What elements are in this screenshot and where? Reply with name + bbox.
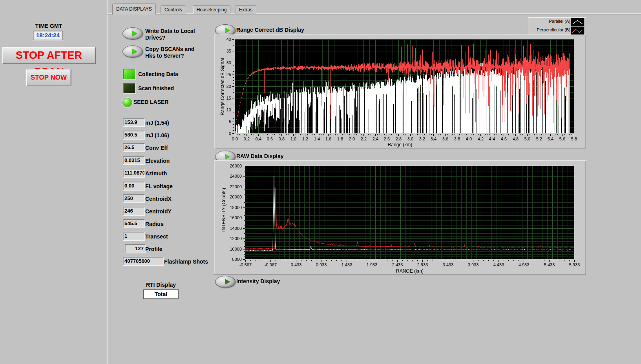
field-label-0: mJ (1.54) [145,120,169,126]
x-tick-label: 2.433 [390,262,405,267]
top-chart-xlabel: Range (km) [214,142,586,147]
bottom-chart-title: RAW Data Display [236,153,284,159]
field-label-2: Conv Eff [145,145,168,151]
y-tick-label: 20000 [224,195,242,199]
y-tick-label: 20 [213,84,231,89]
y-tick-label: 30 [213,60,231,65]
y-tick-label: 16000 [224,215,242,220]
x-tick-label: 5.933 [567,262,583,267]
rti-display-label: RTI Display [133,282,188,288]
x-tick-label: 1.933 [364,262,380,267]
field-conv-eff[interactable]: 26.5 [123,143,145,152]
legend-perpendicular-swatch[interactable] [571,26,584,35]
y-tick-label: 14000 [224,226,242,231]
legend-parallel-label: Parallel (A) [549,19,570,24]
toggle-arrow-icon [225,154,230,159]
y-tick-label: 40 [213,37,231,42]
top-chart-panel: Range Corrected dB Signal Range (km) 0.0… [214,35,586,149]
y-tick-label: 22000 [224,184,242,189]
led-label-0: Collecting Data [138,71,178,78]
top-chart-axes [214,35,586,149]
y-tick-label: 10000 [224,247,242,251]
time-gmt-display: 18:24:24 [33,31,63,40]
toggle-arrow-icon [225,27,230,33]
field-radius[interactable]: 545.5 [123,219,145,228]
x-tick-label: 4.433 [491,262,507,267]
y-tick-label: 15 [213,96,231,100]
field-azimuth[interactable]: 111.0870 [123,169,145,177]
tab-controls[interactable]: Controls [161,5,186,14]
led-collecting-data [123,69,135,79]
y-tick-label: 26000 [224,164,242,168]
intensity-display-title: Intensity Display [236,278,280,284]
legend-perpendicular-label: Perpendicular (B) [537,27,570,32]
toggle-1[interactable] [122,46,143,58]
y-tick-label: 12000 [224,236,242,241]
x-tick-label: 0.933 [314,262,329,267]
tab-data-displays[interactable]: DATA DISPLAYS [112,4,156,15]
bottom-chart-ylabel: INTENSITY (Counts) [221,180,226,239]
toggle-arrow-icon [132,49,137,54]
y-tick-label: 0 [213,131,231,136]
x-tick-label: 3.933 [466,262,481,267]
field-transect[interactable]: 1 [123,232,145,240]
toggle-arrow-icon [132,31,137,36]
x-tick-label: 5.433 [542,262,557,267]
panel-divider [107,0,107,364]
led-label-2: SEED LASER [133,99,168,106]
field-label-8: Radius [145,221,164,228]
tab-extras[interactable]: Extras [235,5,256,14]
field-fl-voltage[interactable]: 0.00 [123,182,145,190]
field-label-10: Profile [145,246,163,253]
toggle-arrow-icon [225,279,230,284]
field-label-7: CentroidY [145,208,172,215]
bottom-chart-panel: INTENSITY (Counts) RANGE (km) -0.567-0.0… [214,160,586,275]
toggle-label-1: Copy BSCANs and Hks to Server? [145,46,204,59]
toggle-0[interactable] [122,27,143,40]
x-tick-label: 5.8 [566,136,582,141]
field-label-3: Elevation [145,158,170,164]
top-chart-title: Range Correct dB Display [236,27,304,33]
field-flashlamp-shots[interactable]: 407705600 [123,257,163,266]
field-label-1: mJ (1.06) [145,132,169,139]
top-chart-legend: Parallel (A) Perpendicular (B) [528,17,586,35]
toggle-label-0: Write Data to Local Drives? [145,28,204,41]
field-label-9: Transect [145,233,168,240]
bottom-chart-axes [214,160,586,275]
intensity-display-toggle[interactable] [215,276,236,288]
rti-display-select[interactable]: Total [143,289,179,299]
y-tick-label: 35 [213,49,231,53]
stop-now-button[interactable]: STOP NOW [26,69,71,86]
field-elevation[interactable]: 0.0315 [123,156,145,165]
x-tick-label: 3.433 [440,262,456,267]
x-tick-label: -0.567 [238,262,254,267]
field-mj-1-54-[interactable]: 153.9 [123,118,145,127]
legend-parallel-swatch[interactable] [571,18,584,27]
x-tick-label: 1.433 [339,262,355,267]
y-tick-label: 24000 [224,174,242,178]
tab-housekeeping[interactable]: Housekeeping [193,5,231,14]
stop-after-scan-button[interactable]: STOP AFTER SCAN [2,47,96,64]
x-tick-label: 4.933 [516,262,532,267]
led-seed-laser [122,98,132,107]
field-mj-1-06-[interactable]: 580.5 [123,131,145,139]
tab-page-top-border [107,13,641,14]
y-tick-label: 5 [213,119,231,124]
led-scan-finished [123,83,135,93]
time-gmt-label: TIME GMT [0,23,97,29]
bottom-chart-xlabel: RANGE (km) [245,268,574,274]
led-label-1: Scan finished [138,85,174,92]
field-centroidy[interactable]: 246 [123,207,145,215]
x-tick-label: 0.433 [289,262,304,267]
y-tick-label: 10 [213,107,231,112]
field-label-6: CentroidX [145,196,172,202]
field-profile[interactable]: 127 [125,244,145,253]
y-tick-label: 25 [213,72,231,77]
y-tick-label: 18000 [224,205,242,210]
x-tick-label: 2.933 [415,262,431,267]
y-tick-label: 8000 [224,257,242,262]
field-centroidx[interactable]: 250 [123,194,145,203]
field-label-4: Azimuth [145,170,167,177]
field-label-5: FL voltage [145,183,173,190]
field-label-11: Flashlamp Shots [164,258,208,265]
